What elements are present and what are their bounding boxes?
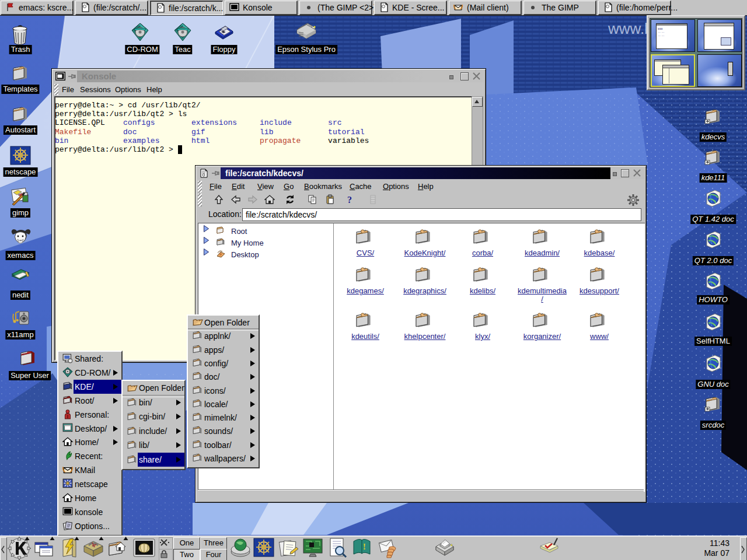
- svg-text:!: !: [363, 542, 366, 551]
- svg-text:?: ?: [347, 195, 352, 205]
